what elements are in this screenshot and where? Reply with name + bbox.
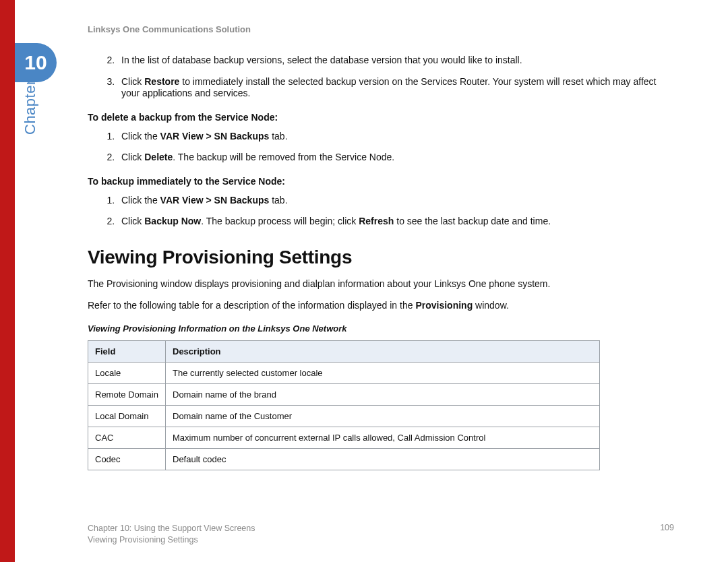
table-row: CAC Maximum number of concurrent externa… [88, 427, 600, 448]
refresh-bold: Refresh [359, 216, 394, 226]
cell-field: Codec [88, 448, 166, 470]
footer-left: Chapter 10: Using the Support View Scree… [88, 523, 255, 546]
cell-field: CAC [88, 427, 166, 448]
table-header-row: Field Description [88, 340, 600, 362]
delete-step-1: Click the VAR View > SN Backups tab. [117, 131, 674, 143]
delete-bold: Delete [144, 152, 173, 162]
table-row: Locale The currently selected customer l… [88, 362, 600, 383]
step-text: Click [121, 216, 144, 226]
cell-field: Local Domain [88, 405, 166, 427]
para-text: Refer to the following table for a descr… [88, 300, 415, 311]
step-text: Click [121, 76, 144, 87]
delete-steps-list: Click the VAR View > SN Backups tab. Cli… [117, 131, 674, 164]
step-text: . The backup will be removed from the Se… [173, 152, 394, 162]
table-caption: Viewing Provisioning Information on the … [88, 323, 674, 334]
restore-step-2: In the list of database backup versions,… [117, 55, 674, 67]
cell-description: Maximum number of concurrent external IP… [166, 427, 600, 448]
page-content: Linksys One Communications Solution In t… [88, 24, 674, 470]
page-footer: Chapter 10: Using the Support View Scree… [88, 523, 674, 546]
provisioning-heading: Viewing Provisioning Settings [88, 247, 674, 268]
sn-backups-bold: VAR View > SN Backups [160, 131, 270, 142]
step-text: Click the [121, 131, 160, 142]
step-text: to see the last backup date and time. [394, 216, 551, 226]
sn-backups-bold: VAR View > SN Backups [160, 195, 270, 206]
footer-section-line: Viewing Provisioning Settings [88, 534, 255, 546]
provisioning-para-1: The Provisioning window displays provisi… [88, 278, 600, 290]
chapter-side-label: Chapter [22, 80, 39, 135]
para-text: window. [473, 300, 509, 311]
backup-now-step-1: Click the VAR View > SN Backups tab. [117, 195, 674, 207]
left-accent-bar [0, 0, 15, 562]
step-text: . The backup process will begin; click [201, 216, 359, 226]
provisioning-para-2: Refer to the following table for a descr… [88, 299, 600, 311]
step-text: to immediately install the selected back… [121, 76, 656, 99]
page-number: 109 [660, 523, 674, 546]
step-text: tab. [269, 131, 287, 142]
col-description-header: Description [166, 340, 600, 362]
restore-bold: Restore [144, 76, 179, 87]
backup-now-step-2: Click Backup Now. The backup process wil… [117, 216, 674, 228]
cell-field: Locale [88, 362, 166, 383]
step-text: Click [121, 152, 144, 162]
step-text: tab. [269, 195, 287, 206]
delete-step-2: Click Delete. The backup will be removed… [117, 152, 674, 164]
backup-now-heading: To backup immediately to the Service Nod… [88, 176, 674, 187]
table-row: Codec Default codec [88, 448, 600, 470]
table-row: Local Domain Domain name of the Customer [88, 405, 600, 427]
cell-description: Domain name of the Customer [166, 405, 600, 427]
step-text: Click the [121, 195, 160, 206]
table-row: Remote Domain Domain name of the brand [88, 383, 600, 405]
cell-field: Remote Domain [88, 383, 166, 405]
backup-now-bold: Backup Now [144, 216, 201, 226]
step-text: In the list of database backup versions,… [121, 55, 522, 65]
chapter-number-badge: 10 [15, 43, 57, 82]
provisioning-bold: Provisioning [415, 300, 473, 311]
cell-description: The currently selected customer locale [166, 362, 600, 383]
cell-description: Domain name of the brand [166, 383, 600, 405]
col-field-header: Field [88, 340, 166, 362]
document-title: Linksys One Communications Solution [88, 24, 674, 34]
backup-now-steps-list: Click the VAR View > SN Backups tab. Cli… [117, 195, 674, 228]
restore-step-3: Click Restore to immediately install the… [117, 76, 674, 100]
provisioning-table: Field Description Locale The currently s… [88, 340, 600, 470]
footer-chapter-line: Chapter 10: Using the Support View Scree… [88, 523, 255, 534]
restore-steps-list: In the list of database backup versions,… [117, 55, 674, 100]
cell-description: Default codec [166, 448, 600, 470]
delete-backup-heading: To delete a backup from the Service Node… [88, 112, 674, 123]
